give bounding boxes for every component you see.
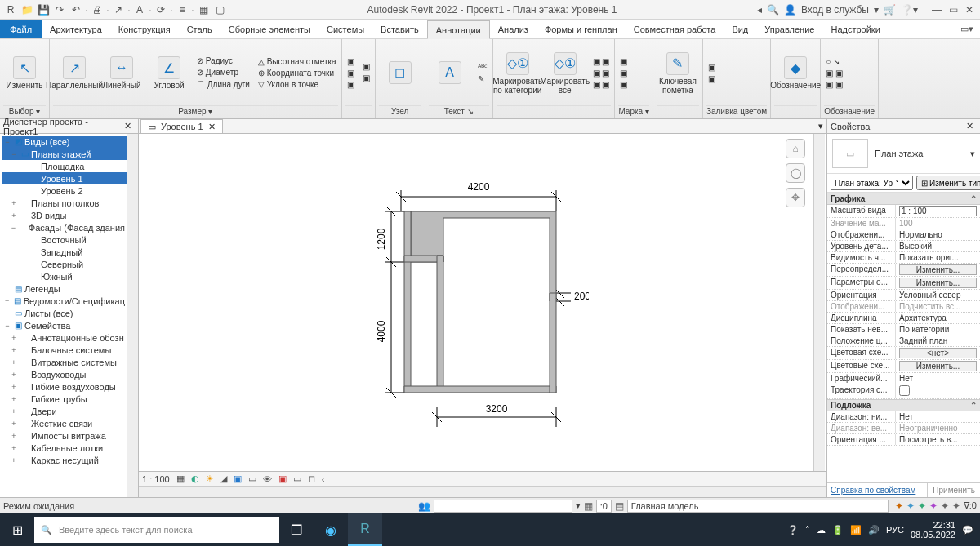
dropdown-icon[interactable]: ▾: [576, 500, 581, 511]
nav-wheel-icon[interactable]: ◯: [786, 163, 805, 183]
sr-icon[interactable]: ✦: [941, 500, 949, 512]
property-row[interactable]: Траектория с...: [827, 384, 980, 399]
tree-item[interactable]: Уровень 1: [2, 172, 127, 184]
ribbon-tab[interactable]: Анализ: [490, 20, 537, 38]
nav-pan-icon[interactable]: ✥: [786, 188, 805, 207]
model-combo[interactable]: Главная модель: [627, 500, 889, 513]
qat-button[interactable]: A: [132, 2, 147, 17]
browser-scrollbar[interactable]: [127, 134, 138, 497]
ribbon-small-button[interactable]: ▣: [618, 68, 629, 78]
worksets-icon[interactable]: 👥: [418, 500, 430, 512]
ribbon-small-button[interactable]: ○ ↘: [824, 56, 844, 67]
restore-button[interactable]: ▭: [946, 4, 960, 16]
vc-icon2[interactable]: ▭: [293, 473, 301, 484]
ribbon-button[interactable]: ◆Обозначение: [774, 56, 817, 90]
properties-help-link[interactable]: Справка по свойствам: [827, 486, 927, 495]
help-tray-icon[interactable]: ❔: [787, 525, 799, 535]
property-row[interactable]: Значение ма...100: [827, 218, 980, 229]
property-row[interactable]: Видимость ч...Показать ориг...: [827, 252, 980, 264]
tree-item[interactable]: −▣Семейства: [2, 319, 127, 331]
qat-button[interactable]: ↶: [69, 2, 83, 17]
tree-item[interactable]: −◩Виды (все): [2, 136, 127, 148]
tree-item[interactable]: +Воздуховоды: [2, 368, 127, 380]
property-row[interactable]: Уровень дета...Высокий: [827, 241, 980, 252]
view-tabs-menu[interactable]: ▾: [815, 121, 826, 131]
ribbon-small-button[interactable]: ▣ ▣: [591, 68, 612, 78]
vc-icon3[interactable]: ◻: [308, 473, 315, 484]
property-row[interactable]: Диапазон: ве...Неограниченно: [827, 423, 980, 434]
task-view-button[interactable]: ❐: [279, 513, 314, 546]
properties-grid[interactable]: Графика⌃Масштаб вида1 : 100Значение ма..…: [827, 193, 980, 482]
ribbon-small-button[interactable]: ᴬᴮᶜ: [476, 62, 489, 73]
property-row[interactable]: ОриентацияУсловный север: [827, 290, 980, 301]
onedrive-icon[interactable]: ☁: [817, 525, 826, 535]
close-button[interactable]: ✕: [962, 4, 977, 16]
vc-icon[interactable]: ▣: [278, 473, 287, 484]
instance-selector[interactable]: План этажа: Ур ˅: [831, 176, 913, 190]
qat-button[interactable]: ⟳: [154, 2, 168, 17]
model-icon[interactable]: ▤: [615, 500, 624, 512]
ribbon-small-button[interactable]: ▣: [618, 79, 629, 90]
sun-icon[interactable]: ☀: [206, 473, 214, 484]
property-group[interactable]: Подложка⌃: [827, 399, 980, 411]
tree-item[interactable]: +3D виды: [2, 209, 127, 221]
ribbon-small-button[interactable]: ⊘ Диаметр: [195, 67, 252, 78]
ribbon-small-button[interactable]: [361, 84, 372, 86]
tree-item[interactable]: −Фасады (Фасад здания: [2, 221, 127, 233]
property-row[interactable]: Отображени...Подчистить вс...: [827, 301, 980, 313]
wifi-icon[interactable]: 📶: [850, 525, 862, 535]
ribbon-small-button[interactable]: ▣: [361, 73, 372, 83]
property-row[interactable]: Параметры о...Изменить...: [827, 277, 980, 290]
ribbon-button[interactable]: A: [429, 61, 471, 86]
ribbon-small-button[interactable]: ▣: [706, 73, 717, 84]
qat-button[interactable]: R: [3, 2, 18, 17]
tree-item[interactable]: ▤Легенды: [2, 282, 127, 295]
ribbon-small-button[interactable]: ▣: [706, 62, 717, 73]
ribbon-small-button[interactable]: ▣ ▣: [591, 79, 612, 90]
cart-icon[interactable]: 🛒: [884, 4, 896, 16]
view-tab-level1[interactable]: ▭ Уровень 1 ✕: [140, 119, 223, 133]
ribbon-tab[interactable]: Конструкция: [110, 20, 179, 38]
revit-app[interactable]: R: [348, 513, 382, 546]
ribbon-button[interactable]: ↗Параллельный: [53, 56, 96, 90]
ribbon-small-button[interactable]: ▣: [361, 61, 372, 72]
ribbon-tab[interactable]: Сталь: [179, 20, 220, 38]
view-tab-close[interactable]: ✕: [208, 122, 216, 132]
ribbon-tab[interactable]: Системы: [318, 20, 372, 38]
ribbon-button[interactable]: ↔Линейный: [100, 56, 143, 90]
property-row[interactable]: Цветовая схе...<нет>: [827, 347, 980, 360]
ribbon-small-button[interactable]: ▣ ▣: [591, 56, 612, 67]
sr-icon[interactable]: ✦: [906, 500, 915, 512]
ribbon-button[interactable]: ◻: [379, 61, 421, 86]
tree-item[interactable]: +Планы потолков: [2, 197, 127, 209]
ribbon-tab[interactable]: Вид: [724, 20, 756, 38]
nav-home-icon[interactable]: ⌂: [786, 139, 805, 158]
ribbon-small-button[interactable]: ⊕ Координата точки: [256, 68, 338, 78]
tree-item[interactable]: Восточный: [2, 233, 127, 246]
ribbon-small-button[interactable]: ▣: [345, 56, 356, 67]
chevron-up-icon[interactable]: ˄: [805, 525, 810, 535]
tree-item[interactable]: ▭Листы (все): [2, 307, 127, 319]
ribbon-small-button[interactable]: ⌒ Длина дуги: [195, 78, 252, 91]
qat-button[interactable]: 💾: [36, 2, 51, 17]
property-row[interactable]: Переопредел...Изменить...: [827, 264, 980, 277]
ext-icon[interactable]: ▭▾: [960, 24, 973, 34]
style-icon[interactable]: ◐: [191, 473, 199, 484]
filter-label[interactable]: ∇:0: [964, 500, 977, 511]
clock[interactable]: 22:31 08.05.2022: [911, 520, 956, 540]
apply-button[interactable]: Применить: [927, 483, 980, 497]
property-row[interactable]: Цветовые схе...Изменить...: [827, 360, 980, 373]
ribbon-button[interactable]: ◇①Маркировать все: [544, 52, 586, 95]
property-row[interactable]: Графический...Нет: [827, 373, 980, 384]
detail-icon[interactable]: ▦: [176, 473, 185, 484]
property-row[interactable]: Масштаб вида1 : 100: [827, 205, 980, 218]
ribbon-tab[interactable]: Формы и генплан: [537, 20, 626, 38]
start-button[interactable]: ⊞: [0, 513, 34, 546]
ribbon-small-button[interactable]: ✎: [476, 73, 489, 84]
property-row[interactable]: Ориентация ...Посмотреть в...: [827, 434, 980, 446]
edge-app[interactable]: ◉: [314, 513, 348, 546]
ribbon-small-button[interactable]: △ Высотная отметка: [256, 56, 338, 67]
property-row[interactable]: Показать нев...По категории: [827, 324, 980, 335]
tree-item[interactable]: +Двери: [2, 405, 127, 417]
battery-icon[interactable]: 🔋: [832, 525, 844, 535]
